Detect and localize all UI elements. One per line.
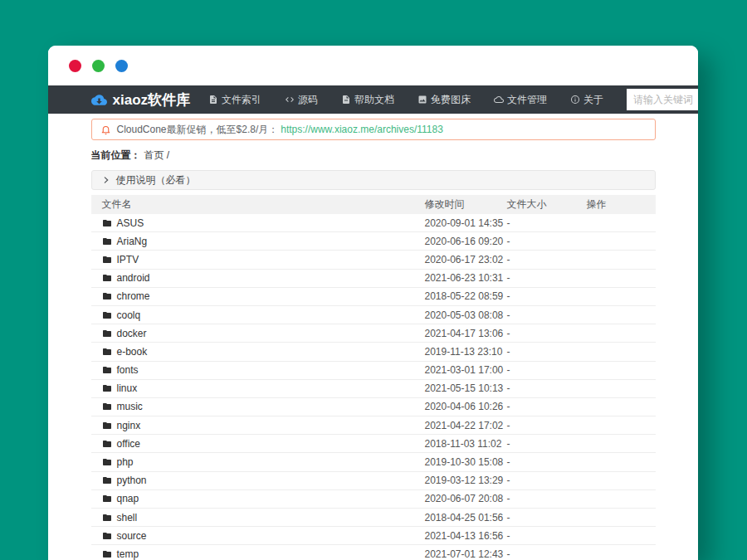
file-name-link[interactable]: office [117, 438, 140, 450]
file-name-link[interactable]: android [117, 272, 150, 284]
search-input[interactable] [627, 89, 698, 110]
brand[interactable]: xiaoz软件库 [91, 90, 191, 110]
table-row[interactable]: office 2018-11-03 11:02 - [91, 435, 656, 453]
folder-icon [102, 236, 112, 246]
folder-icon [102, 365, 112, 375]
header-modified-time: 修改时间 [425, 197, 507, 212]
file-name-link[interactable]: source [117, 530, 147, 542]
file-name-link[interactable]: qnap [117, 493, 139, 504]
file-size: - [507, 493, 587, 504]
folder-icon [102, 475, 112, 485]
brand-title: xiaoz软件库 [113, 90, 191, 110]
nav-item-source-code[interactable]: 源码 [285, 93, 318, 107]
table-row[interactable]: source 2021-04-13 16:56 - [91, 527, 656, 545]
table-row[interactable]: chrome 2018-05-22 08:59 - [91, 288, 656, 306]
file-size: - [507, 456, 587, 468]
file-name-link[interactable]: docker [117, 328, 147, 339]
table-row[interactable]: python 2019-03-12 13:29 - [91, 472, 656, 490]
modified-time: 2019-10-30 15:08 [425, 456, 507, 468]
file-size: - [507, 217, 587, 229]
file-name-link[interactable]: shell [117, 512, 138, 523]
file-name-link[interactable]: ASUS [117, 217, 144, 229]
table-row[interactable]: AriaNg 2020-06-16 09:20 - [91, 232, 656, 251]
table-row[interactable]: shell 2018-04-25 01:56 - [91, 509, 656, 527]
file-size: - [507, 272, 587, 284]
modified-time: 2018-04-25 01:56 [425, 512, 507, 523]
file-name-link[interactable]: fonts [117, 364, 139, 376]
table-row[interactable]: fonts 2021-03-01 17:00 - [91, 362, 656, 380]
table-row[interactable]: music 2020-04-06 10:26 - [91, 398, 656, 416]
nav-menu: 文件索引 源码 帮助文档 免费图床 文件管理 关于 [208, 85, 627, 114]
chevron-right-icon [102, 176, 110, 184]
file-name-link[interactable]: music [117, 401, 143, 412]
modified-time: 2020-04-06 10:26 [425, 401, 507, 412]
modified-time: 2020-06-07 20:08 [425, 493, 507, 504]
file-name-link[interactable]: python [117, 475, 147, 486]
file-size: - [507, 512, 587, 523]
file-name-link[interactable]: nginx [117, 420, 141, 431]
titlebar [48, 46, 698, 85]
modified-time: 2021-03-01 17:00 [425, 364, 507, 376]
file-size: - [507, 548, 587, 560]
bell-icon [100, 124, 111, 135]
header-filename: 文件名 [91, 197, 425, 212]
file-name-link[interactable]: e-book [117, 346, 148, 358]
file-size: - [507, 530, 587, 542]
modified-time: 2021-05-15 10:13 [425, 382, 507, 394]
file-name-link[interactable]: linux [117, 382, 138, 394]
modified-time: 2021-04-22 17:02 [425, 420, 507, 431]
table-header: 文件名 修改时间 文件大小 操作 [91, 195, 656, 214]
nav-item-about[interactable]: 关于 [570, 93, 603, 107]
folder-icon [102, 457, 112, 467]
table-row[interactable]: android 2021-06-23 10:31 - [91, 270, 656, 288]
modified-time: 2020-05-03 08:08 [425, 309, 507, 321]
usage-panel[interactable]: 使用说明（必看） [91, 170, 656, 190]
file-size: - [507, 346, 587, 358]
folder-icon [102, 402, 112, 411]
modified-time: 2020-06-16 09:20 [425, 236, 507, 247]
folder-icon [102, 255, 112, 265]
breadcrumb-label: 当前位置： [91, 149, 141, 161]
traffic-light-green[interactable] [92, 60, 105, 72]
modified-time: 2021-04-17 13:06 [425, 328, 507, 339]
table-row[interactable]: temp 2021-07-01 12:43 - [91, 545, 656, 560]
table-row[interactable]: IPTV 2020-06-17 23:02 - [91, 251, 656, 269]
breadcrumb: 当前位置：首页 / [91, 149, 656, 163]
table-row[interactable]: linux 2021-05-15 10:13 - [91, 380, 656, 398]
file-size: - [507, 382, 587, 394]
file-name-link[interactable]: IPTV [117, 254, 139, 265]
nav-item-free-image-host[interactable]: 免费图床 [417, 93, 471, 107]
table-row[interactable]: qnap 2020-06-07 20:08 - [91, 490, 656, 509]
table-row[interactable]: docker 2021-04-17 13:06 - [91, 324, 656, 343]
modified-time: 2020-06-17 23:02 [425, 254, 507, 265]
file-name-link[interactable]: coolq [117, 309, 141, 321]
folder-icon [102, 329, 112, 338]
file-name-link[interactable]: AriaNg [117, 236, 148, 247]
table-row[interactable]: ASUS 2020-09-01 14:35 - [91, 214, 656, 232]
nav-item-file-manage[interactable]: 文件管理 [494, 93, 547, 107]
file-size: - [507, 401, 587, 412]
file-size: - [507, 290, 587, 302]
file-size: - [507, 254, 587, 265]
file-name-link[interactable]: temp [117, 548, 139, 560]
traffic-light-red[interactable] [69, 60, 81, 72]
traffic-light-blue[interactable] [115, 60, 128, 72]
table-row[interactable]: nginx 2021-04-22 17:02 - [91, 416, 656, 435]
file-name-link[interactable]: php [117, 456, 134, 468]
modified-time: 2019-11-13 23:10 [425, 346, 507, 358]
nav-item-file-index[interactable]: 文件索引 [208, 93, 261, 107]
nav-item-help-docs[interactable]: 帮助文档 [341, 93, 394, 107]
table-row[interactable]: e-book 2019-11-13 23:10 - [91, 343, 656, 361]
navbar: xiaoz软件库 文件索引 源码 帮助文档 免费图床 文件管理 关于 搜索 [48, 85, 698, 114]
folder-icon [102, 421, 112, 431]
modified-time: 2021-07-01 12:43 [425, 548, 507, 560]
table-row[interactable]: coolq 2020-05-03 08:08 - [91, 306, 656, 324]
header-file-size: 文件大小 [507, 197, 587, 212]
image-icon [417, 95, 427, 105]
file-name-link[interactable]: chrome [117, 290, 150, 302]
notice-link[interactable]: https://www.xiaoz.me/archives/11183 [281, 124, 443, 135]
document-icon [341, 95, 351, 105]
breadcrumb-home-link[interactable]: 首页 / [144, 149, 170, 161]
cloud-icon [494, 95, 504, 105]
table-row[interactable]: php 2019-10-30 15:08 - [91, 453, 656, 471]
